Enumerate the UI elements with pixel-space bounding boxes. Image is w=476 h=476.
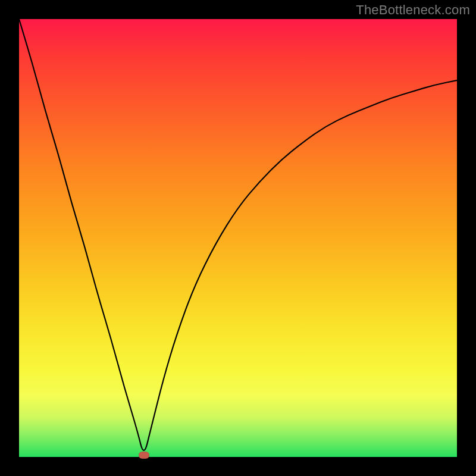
bottleneck-curve <box>19 19 457 450</box>
min-marker <box>139 452 149 459</box>
chart-frame: TheBottleneck.com <box>0 0 476 476</box>
curve-svg <box>19 19 457 457</box>
watermark-text: TheBottleneck.com <box>356 2 470 18</box>
plot-area <box>19 19 457 457</box>
